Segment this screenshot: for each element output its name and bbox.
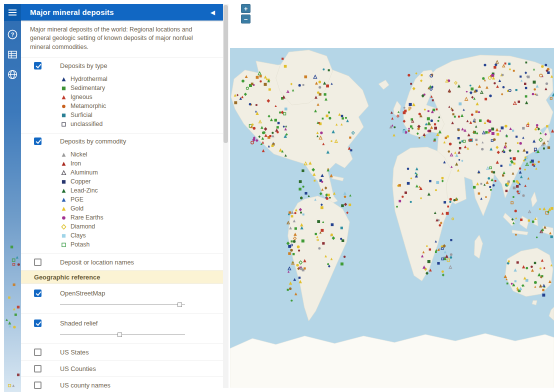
deposit-marker[interactable] (551, 130, 554, 132)
deposit-marker[interactable] (318, 86, 321, 88)
deposit-marker[interactable] (284, 65, 287, 68)
deposit-marker[interactable] (436, 108, 438, 110)
deposit-marker[interactable] (444, 136, 447, 139)
deposit-marker[interactable] (512, 130, 514, 132)
deposit-marker[interactable] (502, 86, 505, 88)
deposit-marker[interactable] (442, 274, 444, 276)
deposit-marker[interactable] (298, 250, 300, 252)
deposit-marker[interactable] (342, 240, 344, 242)
deposit-marker[interactable] (300, 196, 302, 199)
deposit-marker[interactable] (270, 135, 272, 137)
deposit-marker[interactable] (548, 146, 550, 149)
deposit-marker[interactable] (424, 127, 427, 130)
deposit-marker[interactable] (302, 170, 304, 172)
deposit-marker[interactable] (489, 186, 491, 188)
deposit-marker[interactable] (526, 62, 528, 64)
deposit-marker[interactable] (528, 220, 530, 222)
deposit-marker[interactable] (484, 98, 487, 100)
deposit-marker[interactable] (516, 262, 519, 264)
deposit-marker[interactable] (304, 76, 307, 78)
deposit-marker[interactable] (520, 76, 522, 78)
deposit-marker[interactable] (343, 192, 346, 195)
deposit-marker[interactable] (459, 142, 462, 144)
deposit-marker[interactable] (349, 194, 352, 197)
deposit-marker[interactable] (288, 252, 290, 254)
deposit-marker[interactable] (344, 196, 346, 198)
layer-label-us-county-names[interactable]: US county names (60, 382, 110, 389)
deposit-marker[interactable] (491, 128, 494, 130)
deposit-marker[interactable] (494, 180, 496, 182)
deposit-marker[interactable] (516, 136, 518, 138)
deposit-marker[interactable] (292, 253, 295, 256)
deposit-marker[interactable] (476, 132, 478, 134)
deposit-marker[interactable] (415, 72, 417, 74)
deposit-marker[interactable] (452, 218, 454, 220)
deposit-marker[interactable] (527, 177, 530, 180)
deposit-marker[interactable] (410, 83, 412, 85)
deposit-marker[interactable] (242, 80, 244, 82)
deposit-marker[interactable] (496, 133, 499, 136)
deposit-marker[interactable] (449, 201, 451, 203)
deposit-marker[interactable] (486, 120, 490, 122)
deposit-marker[interactable] (479, 120, 482, 122)
deposit-marker[interactable] (546, 82, 548, 85)
deposit-marker[interactable] (470, 139, 472, 141)
deposit-marker[interactable] (514, 210, 517, 212)
deposit-marker[interactable] (348, 204, 351, 206)
deposit-marker[interactable] (502, 74, 504, 76)
deposit-marker[interactable] (293, 240, 296, 243)
deposit-marker[interactable] (508, 62, 510, 65)
deposit-marker[interactable] (492, 184, 495, 186)
deposit-marker[interactable] (291, 215, 294, 218)
deposit-marker[interactable] (442, 244, 446, 248)
deposit-marker[interactable] (509, 164, 512, 166)
deposit-marker[interactable] (322, 118, 324, 120)
deposit-marker[interactable] (429, 268, 432, 272)
deposit-marker[interactable] (434, 123, 436, 125)
deposit-marker[interactable] (547, 72, 550, 74)
deposit-marker[interactable] (251, 82, 254, 85)
deposit-marker[interactable] (436, 181, 439, 184)
deposit-marker[interactable] (450, 254, 452, 256)
layer-label-us-counties[interactable]: US Counties (60, 365, 96, 372)
deposit-marker[interactable] (453, 199, 456, 202)
deposit-marker[interactable] (322, 242, 324, 244)
deposit-marker[interactable] (260, 80, 262, 82)
deposit-marker[interactable] (402, 130, 405, 133)
deposit-marker[interactable] (470, 88, 474, 90)
deposit-marker[interactable] (420, 74, 422, 76)
deposit-marker[interactable] (506, 136, 508, 138)
deposit-marker[interactable] (318, 247, 320, 250)
deposit-marker[interactable] (526, 152, 528, 154)
deposit-marker[interactable] (391, 117, 394, 120)
deposit-marker[interactable] (515, 217, 517, 219)
deposit-marker[interactable] (550, 98, 552, 100)
deposit-marker[interactable] (510, 158, 512, 160)
deposit-marker[interactable] (321, 181, 323, 183)
deposit-marker[interactable] (251, 141, 254, 144)
deposit-marker[interactable] (404, 110, 406, 112)
deposit-marker[interactable] (514, 162, 516, 164)
legend-button[interactable] (7, 49, 18, 60)
deposit-marker[interactable] (536, 236, 538, 238)
deposit-marker[interactable] (282, 58, 284, 60)
deposit-marker[interactable] (278, 122, 280, 124)
deposit-marker[interactable] (442, 270, 444, 273)
deposit-marker[interactable] (430, 120, 433, 122)
deposit-marker[interactable] (302, 84, 304, 86)
deposit-marker[interactable] (249, 103, 252, 106)
layer-label-location-names[interactable]: Deposit or location names (60, 258, 134, 266)
deposit-marker[interactable] (446, 212, 449, 215)
deposit-marker[interactable] (532, 164, 534, 166)
deposit-marker[interactable] (458, 137, 460, 140)
deposit-marker[interactable] (530, 162, 532, 164)
deposit-marker[interactable] (548, 211, 550, 213)
deposit-marker[interactable] (494, 82, 496, 84)
checkbox-us-county-names[interactable] (34, 382, 42, 389)
deposit-marker[interactable] (488, 177, 490, 180)
deposit-marker[interactable] (517, 150, 519, 152)
deposit-marker[interactable] (513, 157, 516, 160)
checkbox-us-states[interactable] (34, 348, 42, 356)
deposit-marker[interactable] (418, 128, 420, 130)
deposit-marker[interactable] (289, 288, 292, 290)
